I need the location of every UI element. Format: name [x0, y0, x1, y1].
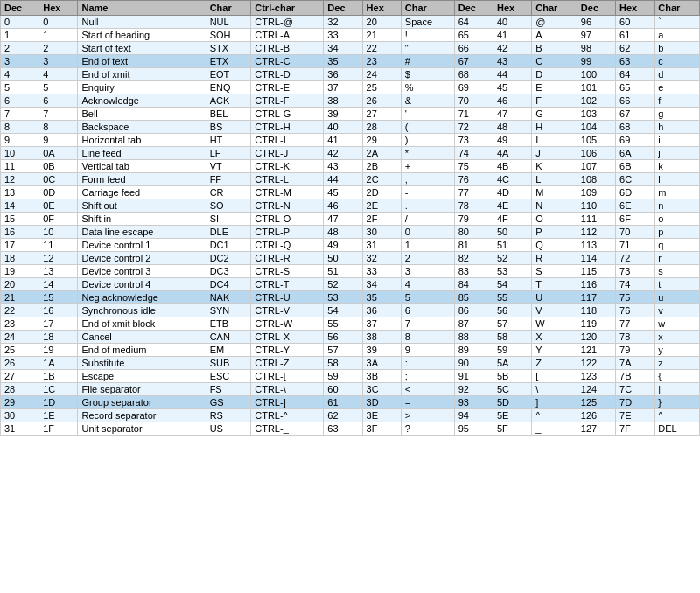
table-cell: 5A: [493, 357, 531, 370]
table-cell: 75: [454, 160, 493, 173]
table-cell: CTRL-P: [251, 226, 324, 239]
table-cell: z: [654, 357, 700, 370]
table-cell: o: [654, 213, 700, 226]
table-cell: 10: [1, 147, 39, 160]
table-cell: 79: [616, 344, 654, 357]
table-cell: 45: [324, 186, 362, 199]
table-cell: a: [654, 29, 700, 42]
table-cell: t: [654, 278, 700, 291]
table-cell: CTRL-L: [251, 173, 324, 186]
table-cell: 3: [39, 55, 78, 68]
table-cell: 27: [1, 370, 39, 383]
table-cell: 64: [454, 16, 493, 29]
table-cell: 48: [324, 226, 362, 239]
table-cell: 24: [1, 331, 39, 344]
table-cell: X: [532, 331, 578, 344]
table-cell: LF: [206, 147, 251, 160]
table-cell: 34: [362, 278, 401, 291]
table-cell: 0B: [39, 160, 78, 173]
table-cell: 17: [1, 239, 39, 252]
table-cell: CTRL-[: [251, 370, 324, 383]
table-cell: 37: [362, 317, 401, 331]
table-cell: 6D: [616, 186, 654, 199]
table-cell: 28: [1, 383, 39, 396]
table-cell: 30: [1, 409, 39, 422]
table-cell: d: [654, 68, 700, 81]
table-cell: 53: [493, 265, 531, 278]
table-cell: 1: [1, 29, 39, 42]
table-cell: 7D: [616, 396, 654, 409]
table-cell: b: [654, 42, 700, 55]
table-cell: CTRL-K: [251, 160, 324, 173]
table-cell: 31: [362, 239, 401, 252]
table-cell: Device control 3: [78, 265, 206, 278]
table-cell: 62: [324, 409, 362, 422]
table-cell: 2: [401, 252, 454, 265]
table-cell: CTRL-Z: [251, 357, 324, 370]
table-cell: Device control 2: [78, 252, 206, 265]
table-cell: 4: [1, 68, 39, 81]
table-row: 2115Neg acknowledgeNAKCTRL-U533558555U11…: [1, 291, 700, 304]
table-cell: 6B: [616, 160, 654, 173]
table-cell: L: [532, 173, 578, 186]
table-cell: 67: [454, 55, 493, 68]
table-cell: 74: [616, 278, 654, 291]
table-cell: 48: [493, 121, 531, 134]
col-char4: Char: [654, 1, 700, 16]
table-cell: 1F: [39, 422, 78, 436]
table-cell: 5: [401, 291, 454, 304]
table-cell: CTRL-F: [251, 94, 324, 108]
table-cell: 76: [454, 173, 493, 186]
table-cell: CTRL-Y: [251, 344, 324, 357]
table-row: 100ALine feedLFCTRL-J422A*744AJ1066Aj: [1, 147, 700, 160]
table-row: 88BackspaceBSCTRL-H4028(7248H10468h: [1, 121, 700, 134]
table-row: 261ASubstituteSUBCTRL-Z583A:905AZ1227Az: [1, 357, 700, 370]
table-cell: H: [532, 121, 578, 134]
table-cell: 0: [401, 226, 454, 239]
table-cell: 127: [577, 422, 615, 436]
table-row: 120CForm feedFFCTRL-L442C,764CL1086Cl: [1, 173, 700, 186]
table-row: 2418CancelCANCTRL-X563888858X12078x: [1, 331, 700, 344]
table-cell: 92: [454, 383, 493, 396]
table-cell: Acknowledge: [78, 94, 206, 108]
table-row: 271BEscapeESCCTRL-[593B;915B[1237B{: [1, 370, 700, 383]
table-cell: EM: [206, 344, 251, 357]
table-cell: (: [401, 121, 454, 134]
table-cell: `: [654, 16, 700, 29]
table-cell: [: [532, 370, 578, 383]
table-cell: Form feed: [78, 173, 206, 186]
table-cell: 53: [324, 291, 362, 304]
table-cell: NUL: [206, 16, 251, 29]
table-cell: R: [532, 252, 578, 265]
table-cell: 68: [616, 121, 654, 134]
table-cell: End of xmit: [78, 68, 206, 81]
table-cell: 0C: [39, 173, 78, 186]
table-cell: 7: [39, 108, 78, 121]
table-cell: 51: [493, 239, 531, 252]
table-cell: 17: [39, 317, 78, 331]
table-cell: 51: [324, 265, 362, 278]
table-cell: Space: [401, 16, 454, 29]
table-cell: CTRL-R: [251, 252, 324, 265]
table-cell: 35: [324, 55, 362, 68]
table-cell: ]: [532, 396, 578, 409]
table-cell: 7B: [616, 370, 654, 383]
table-row: 55EnquiryENQCTRL-E3725%6945E10165e: [1, 81, 700, 94]
table-row: 1711Device control 1DC1CTRL-Q493118151Q1…: [1, 239, 700, 252]
table-cell: Start of heading: [78, 29, 206, 42]
table-cell: 7: [1, 108, 39, 121]
table-cell: 63: [324, 422, 362, 436]
table-row: 281CFile separatorFSCTRL-\603C<925C\1247…: [1, 383, 700, 396]
table-cell: 6: [401, 304, 454, 317]
table-cell: 26: [362, 94, 401, 108]
table-cell: End of xmit block: [78, 317, 206, 331]
table-cell: 84: [454, 278, 493, 291]
table-cell: 25: [362, 81, 401, 94]
table-cell: Device control 4: [78, 278, 206, 291]
table-cell: 29: [362, 134, 401, 147]
table-cell: 67: [616, 108, 654, 121]
table-cell: 58: [324, 357, 362, 370]
table-cell: Q: [532, 239, 578, 252]
table-cell: 121: [577, 344, 615, 357]
table-cell: 42: [493, 42, 531, 55]
